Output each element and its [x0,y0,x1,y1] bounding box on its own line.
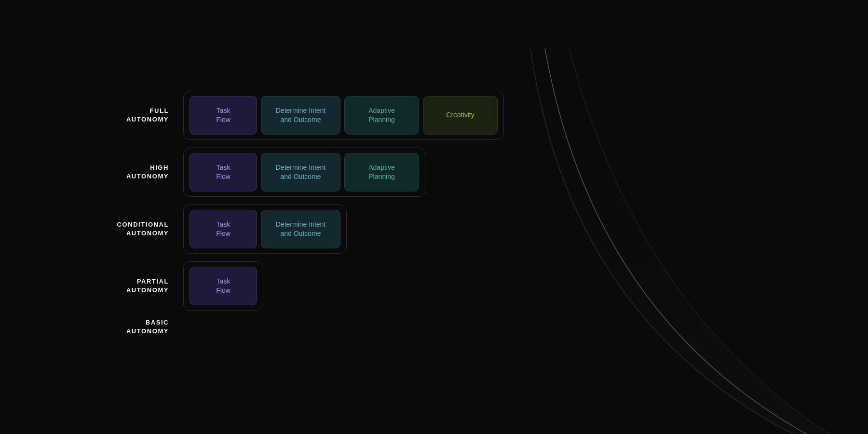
cards-container-conditional: TaskFlowDetermine Intentand Outcome [183,204,347,254]
card-task-flow-high[interactable]: TaskFlow [190,153,257,191]
label-conditional: CONDITIONALAUTONOMY [77,220,183,238]
cards-container-full: TaskFlowDetermine Intentand OutcomeAdapt… [183,91,504,140]
label-basic: BASICAUTONOMY [77,318,183,336]
cards-container-high: TaskFlowDetermine Intentand OutcomeAdapt… [183,148,425,197]
card-creativity-full[interactable]: Creativity [423,96,498,135]
row-partial: PARTIALAUTONOMYTaskFlow [77,261,579,311]
card-determine-full[interactable]: Determine Intentand Outcome [261,96,340,135]
row-high: HIGHAUTONOMYTaskFlowDetermine Intentand … [77,148,579,197]
card-adaptive-high[interactable]: AdaptivePlanning [344,153,419,191]
label-partial: PARTIALAUTONOMY [77,277,183,295]
label-high: HIGHAUTONOMY [77,163,183,181]
card-task-flow-partial[interactable]: TaskFlow [190,267,257,305]
label-full: FULLAUTONOMY [77,107,183,124]
card-task-flow-conditional[interactable]: TaskFlow [190,210,257,248]
row-basic: BASICAUTONOMY [77,318,579,336]
main-content: FULLAUTONOMYTaskFlowDetermine Intentand … [0,0,579,434]
card-determine-conditional[interactable]: Determine Intentand Outcome [261,210,340,248]
cards-container-partial: TaskFlow [183,261,263,311]
row-conditional: CONDITIONALAUTONOMYTaskFlowDetermine Int… [77,204,579,254]
row-full: FULLAUTONOMYTaskFlowDetermine Intentand … [77,91,579,140]
card-adaptive-full[interactable]: AdaptivePlanning [344,96,419,135]
card-task-flow-full[interactable]: TaskFlow [190,96,257,135]
card-determine-high[interactable]: Determine Intentand Outcome [261,153,340,191]
